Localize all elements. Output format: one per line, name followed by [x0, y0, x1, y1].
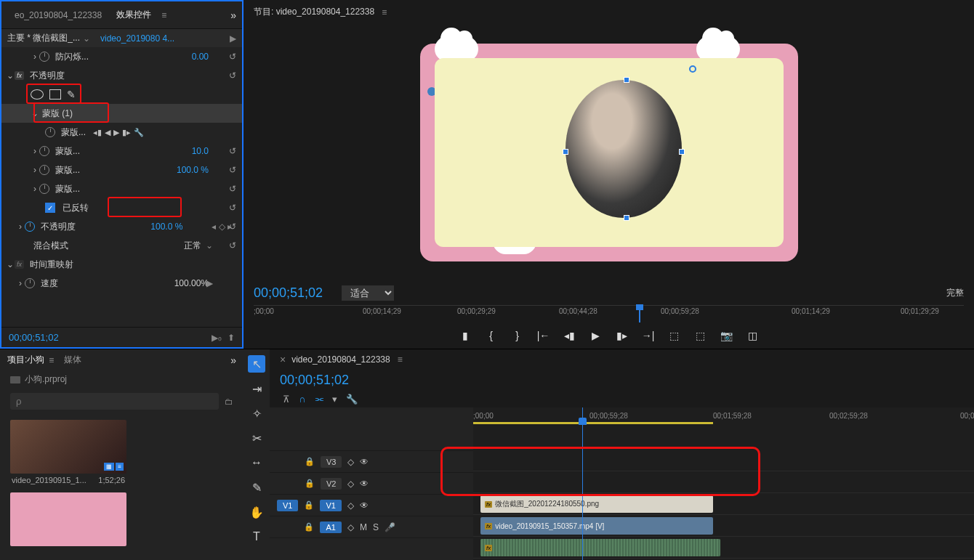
- timeline-time[interactable]: 00;00;51;02: [280, 373, 349, 388]
- type-tool[interactable]: T: [248, 528, 265, 545]
- ripple-tool[interactable]: ✧: [248, 405, 265, 422]
- stopwatch-active-icon[interactable]: [25, 222, 35, 232]
- timeline-ruler[interactable]: ;00;0000;00;59;2800;01;59;2800;02;59;280…: [473, 407, 974, 428]
- program-time[interactable]: 00;00;51;02: [254, 285, 323, 301]
- in-point-icon[interactable]: {: [484, 330, 499, 341]
- track-v1-label[interactable]: V1: [320, 500, 341, 511]
- program-ruler[interactable]: ;00;0000;00;14;2900;00;29;2900;00;44;280…: [254, 305, 964, 322]
- stopwatch-icon[interactable]: [39, 184, 49, 194]
- slip-tool[interactable]: ↔: [248, 454, 265, 471]
- search-input[interactable]: [10, 393, 219, 410]
- ec-expand-icon[interactable]: »: [230, 9, 236, 21]
- speed-value[interactable]: 100.00%: [174, 278, 209, 288]
- compare-icon[interactable]: ◫: [746, 330, 760, 341]
- mask-handle[interactable]: [679, 149, 685, 155]
- settings-icon[interactable]: 🔧: [346, 394, 358, 405]
- reset-icon[interactable]: ↺: [229, 240, 236, 251]
- track-v3-label[interactable]: V3: [321, 456, 342, 468]
- ec-tab-source[interactable]: eo_20190804_122338: [7, 7, 109, 23]
- snap-icon[interactable]: ∩: [299, 394, 305, 405]
- track-prev-icon[interactable]: ◂▮: [93, 128, 102, 137]
- program-playhead[interactable]: [639, 306, 640, 322]
- mask-feather-value[interactable]: 10.0: [192, 146, 209, 156]
- seq-close-icon[interactable]: ×: [280, 354, 286, 365]
- reset-icon[interactable]: ↺: [229, 146, 236, 156]
- pen-tool[interactable]: ✎: [248, 479, 265, 496]
- work-area-bar[interactable]: [473, 422, 713, 424]
- stopwatch-icon[interactable]: [39, 146, 49, 156]
- reset-icon[interactable]: ↺: [229, 70, 236, 81]
- track-visibility-icon[interactable]: 👁: [360, 479, 369, 489]
- track-visibility-icon[interactable]: 👁: [360, 500, 369, 511]
- step-fwd-icon[interactable]: ▮▸: [615, 330, 629, 341]
- step-back-icon[interactable]: ◂▮: [563, 330, 577, 341]
- razor-tool[interactable]: ✂: [248, 429, 265, 447]
- toggle-icon[interactable]: ›: [31, 52, 39, 62]
- toggle-open-icon[interactable]: ⌄: [6, 259, 15, 269]
- reset-icon[interactable]: ↺: [229, 203, 236, 213]
- ec-master-label[interactable]: 主要 * 微信截图_...: [7, 32, 80, 44]
- expand-icon[interactable]: »: [230, 354, 236, 366]
- wrench-icon[interactable]: 🔧: [134, 128, 144, 137]
- insert-icon[interactable]: ⊼: [283, 394, 290, 405]
- toggle-icon[interactable]: ›: [31, 184, 39, 194]
- clip-v2[interactable]: fx 微信截图_20201224180550.png: [480, 495, 713, 513]
- lock-icon[interactable]: 🔒: [304, 500, 314, 510]
- track-output-icon[interactable]: ◇: [347, 457, 354, 467]
- mask-handle[interactable]: [563, 149, 568, 155]
- extract-icon[interactable]: ⬚: [693, 330, 708, 341]
- lock-icon[interactable]: 🔒: [304, 522, 314, 532]
- reset-icon[interactable]: ↺: [229, 52, 236, 62]
- clip-v1[interactable]: fx video_20190915_150357.mp4 [V]: [480, 517, 713, 535]
- media-tab[interactable]: 媒体: [64, 354, 81, 366]
- mask-rotate-handle[interactable]: [689, 65, 696, 73]
- zoom-select[interactable]: 适合: [342, 285, 394, 301]
- lock-icon[interactable]: 🔒: [305, 457, 315, 466]
- camera-icon[interactable]: 📷: [720, 330, 734, 341]
- marker-icon[interactable]: ▮: [458, 330, 472, 341]
- solo-button[interactable]: S: [373, 522, 379, 532]
- toggle-icon[interactable]: ›: [31, 165, 39, 175]
- ec-time[interactable]: 00;00;51;02: [9, 332, 59, 343]
- toggle-open-icon[interactable]: ⌄: [6, 70, 15, 81]
- timeline-tracks[interactable]: ;00;0000;00;59;2800;01;59;2800;02;59;280…: [473, 407, 974, 560]
- reset-icon[interactable]: ↺: [229, 165, 236, 175]
- export-icon[interactable]: ⬆: [228, 333, 235, 343]
- play-button[interactable]: ▶: [589, 330, 603, 341]
- track-v2-label[interactable]: V2: [321, 478, 342, 490]
- anti-flicker-value[interactable]: 0.00: [192, 52, 209, 62]
- clip-a1[interactable]: fx: [480, 539, 720, 556]
- linked-icon[interactable]: ⫘: [314, 394, 323, 405]
- stopwatch-icon[interactable]: [25, 278, 35, 288]
- src-v1-patch[interactable]: V1: [277, 500, 298, 511]
- track-select-tool[interactable]: ⇥: [248, 380, 265, 397]
- project-bin[interactable]: 小狗.prproj: [0, 370, 244, 389]
- go-out-icon[interactable]: →|: [641, 330, 656, 341]
- toggle-icon[interactable]: ›: [16, 222, 25, 232]
- hand-tool[interactable]: ✋: [248, 503, 265, 521]
- mask-handle[interactable]: [624, 215, 629, 221]
- tab-menu-icon[interactable]: ≡: [49, 355, 54, 365]
- ellipse-mask-preview[interactable]: [566, 80, 682, 218]
- track-back-icon[interactable]: ◀: [105, 128, 110, 137]
- seq-menu-icon[interactable]: ≡: [398, 354, 403, 365]
- reset-icon[interactable]: ↺: [229, 222, 236, 232]
- fx-badge[interactable]: fx: [15, 71, 24, 80]
- search-bin-icon[interactable]: 🗀: [225, 397, 233, 407]
- track-output-icon[interactable]: ◇: [347, 479, 354, 489]
- track-a1-lane[interactable]: fx: [473, 537, 974, 559]
- track-next-icon[interactable]: ▮▸: [122, 128, 131, 137]
- stopwatch-icon[interactable]: [39, 165, 49, 175]
- blend-mode-value[interactable]: 正常: [184, 240, 201, 252]
- sequence-name[interactable]: video_20190804_122338: [291, 354, 390, 365]
- item-thumbnail[interactable]: [10, 492, 126, 546]
- stopwatch-icon[interactable]: [39, 52, 49, 62]
- lift-icon[interactable]: ⬚: [667, 330, 682, 341]
- project-item[interactable]: [10, 492, 126, 546]
- resolution-select[interactable]: 完整: [946, 287, 964, 299]
- selection-tool[interactable]: ↖: [248, 355, 265, 373]
- mute-button[interactable]: M: [360, 522, 367, 532]
- track-a1-label[interactable]: A1: [320, 522, 341, 533]
- toggle-icon[interactable]: ›: [16, 278, 25, 288]
- mask-row[interactable]: ⌄ 蒙版 (1): [1, 104, 242, 123]
